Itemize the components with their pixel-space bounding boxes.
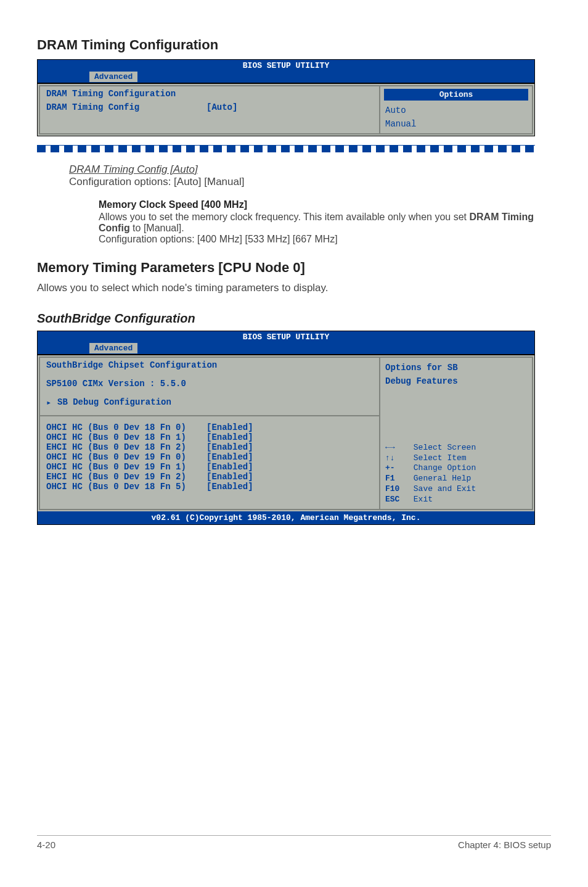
nav-row: +- Change Option	[385, 463, 527, 474]
bios-truncated-edge	[37, 145, 535, 152]
hc-label: OHCI HC (Bus 0 Dev 18 Fn 1)	[46, 432, 206, 442]
dram-timing-config-row[interactable]: DRAM Timing Config [Auto]	[46, 102, 373, 112]
memclock-title: Memory Clock Speed [400 MHz]	[99, 199, 551, 210]
page-footer: 4-20 Chapter 4: BIOS setup	[37, 835, 551, 850]
sb-panel-title: SouthBridge Chipset Configuration	[46, 360, 373, 370]
option-auto[interactable]: Auto	[380, 103, 532, 117]
bios-right-panel: Options Auto Manual	[379, 85, 533, 134]
bios-title: BIOS SETUP UTILITY	[38, 60, 534, 72]
dram-timing-config-item-title: DRAM Timing Config [Auto]	[69, 163, 551, 176]
hc-row[interactable]: OHCI HC (Bus 0 Dev 18 Fn 5)[Enabled]	[46, 482, 373, 492]
memory-timing-desc: Allows you to select which node's timing…	[37, 282, 551, 294]
nav-label: Exit	[409, 495, 433, 504]
bios-panel-dram: BIOS SETUP UTILITY Advanced DRAM Timing …	[37, 59, 535, 136]
nav-label: Select Item	[409, 453, 467, 463]
options-header: Options	[384, 89, 528, 101]
panel-title: DRAM Timing Configuration	[46, 89, 373, 99]
nav-row: F10 Save and Exit	[385, 484, 527, 495]
sb-debug-label: SB Debug Configuration	[57, 397, 171, 408]
hc-label: OHCI HC (Bus 0 Dev 19 Fn 1)	[46, 462, 206, 472]
nav-key: ←→	[385, 443, 409, 453]
tab-advanced-sb[interactable]: Advanced	[89, 343, 137, 353]
page: DRAM Timing Configuration BIOS SETUP UTI…	[0, 0, 588, 864]
memclock-desc-2: Configuration options: [400 MHz] [533 MH…	[99, 234, 551, 245]
chapter-title: Chapter 4: BIOS setup	[458, 840, 551, 850]
sb-debug-submenu[interactable]: ▸ SB Debug Configuration	[46, 397, 373, 408]
bios-footer: v02.61 (C)Copyright 1985-2010, American …	[38, 511, 534, 524]
hc-row[interactable]: OHCI HC (Bus 0 Dev 19 Fn 0)[Enabled]	[46, 452, 373, 462]
dram-timing-config-value: [Auto]	[206, 102, 237, 112]
nav-row: ESC Exit	[385, 495, 527, 505]
nav-key: +-	[385, 463, 409, 474]
nav-row: ←→ Select Screen	[385, 443, 527, 453]
bios-left-panel: DRAM Timing Configuration DRAM Timing Co…	[39, 85, 379, 134]
bios-left-panel-sb: SouthBridge Chipset Configuration SP5100…	[39, 357, 379, 510]
help-line-1: Options for SB	[380, 358, 532, 374]
hc-value: [Enabled]	[206, 462, 253, 472]
memory-timing-heading: Memory Timing Parameters [CPU Node 0]	[37, 260, 551, 276]
bios-right-panel-sb: Options for SB Debug Features ←→ Select …	[379, 357, 533, 510]
hc-value: [Enabled]	[206, 452, 253, 462]
hc-value: [Enabled]	[206, 472, 253, 482]
hc-row[interactable]: OHCI HC (Bus 0 Dev 18 Fn 1)[Enabled]	[46, 432, 373, 442]
hc-label: EHCI HC (Bus 0 Dev 19 Fn 2)	[46, 472, 206, 482]
hc-row[interactable]: EHCI HC (Bus 0 Dev 19 Fn 2)[Enabled]	[46, 472, 373, 482]
page-number: 4-20	[37, 840, 55, 850]
bios-panel-southbridge: BIOS SETUP UTILITY Advanced SouthBridge …	[37, 331, 535, 525]
tab-advanced[interactable]: Advanced	[89, 72, 137, 82]
nav-label: Change Option	[409, 463, 476, 472]
hc-row[interactable]: EHCI HC (Bus 0 Dev 18 Fn 2)[Enabled]	[46, 442, 373, 452]
hc-row[interactable]: OHCI HC (Bus 0 Dev 18 Fn 0)[Enabled]	[46, 423, 373, 432]
dram-timing-config-label: DRAM Timing Config	[46, 102, 206, 112]
hc-row[interactable]: OHCI HC (Bus 0 Dev 19 Fn 1)[Enabled]	[46, 462, 373, 472]
nav-label: General Help	[409, 474, 471, 483]
southbridge-heading: SouthBridge Configuration	[37, 311, 551, 326]
hc-label: OHCI HC (Bus 0 Dev 18 Fn 0)	[46, 423, 206, 432]
dram-timing-heading: DRAM Timing Configuration	[37, 37, 551, 53]
nav-label: Save and Exit	[409, 484, 476, 493]
bios-body-sb: SouthBridge Chipset Configuration SP5100…	[38, 354, 534, 511]
hc-value: [Enabled]	[206, 442, 253, 452]
hc-label: EHCI HC (Bus 0 Dev 18 Fn 2)	[46, 442, 206, 452]
bios-tabs-sb: Advanced	[38, 343, 534, 354]
nav-label: Select Screen	[409, 443, 476, 452]
help-line-2: Debug Features	[380, 374, 532, 387]
bios-body: DRAM Timing Configuration DRAM Timing Co…	[38, 83, 534, 136]
hc-value: [Enabled]	[206, 432, 253, 442]
sb-version: SP5100 CIMx Version : 5.5.0	[46, 379, 373, 389]
nav-key: ↑↓	[385, 453, 409, 464]
nav-hints: ←→ Select Screen↑↓ Select Item+- Change …	[380, 443, 532, 509]
hc-value: [Enabled]	[206, 482, 253, 492]
bios-title-sb: BIOS SETUP UTILITY	[38, 331, 534, 343]
nav-row: ↑↓ Select Item	[385, 453, 527, 464]
memclock-desc-1: Allows you to set the memory clock frequ…	[99, 212, 551, 234]
hc-label: OHCI HC (Bus 0 Dev 18 Fn 5)	[46, 482, 206, 492]
nav-key: ESC	[385, 495, 409, 505]
submenu-arrow-icon: ▸	[46, 397, 57, 408]
dram-timing-config-item-desc: Configuration options: [Auto] [Manual]	[69, 176, 551, 188]
nav-key: F1	[385, 474, 409, 484]
bios-tabs: Advanced	[38, 72, 534, 83]
nav-row: F1 General Help	[385, 474, 527, 484]
hc-label: OHCI HC (Bus 0 Dev 19 Fn 0)	[46, 452, 206, 462]
nav-key: F10	[385, 484, 409, 495]
hc-value: [Enabled]	[206, 423, 253, 432]
option-manual[interactable]: Manual	[380, 117, 532, 134]
hc-list: OHCI HC (Bus 0 Dev 18 Fn 0)[Enabled]OHCI…	[46, 423, 373, 492]
